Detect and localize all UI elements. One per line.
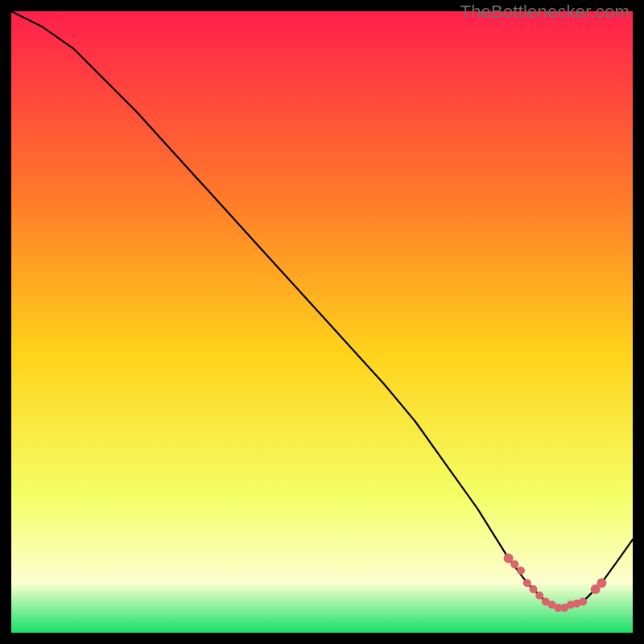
marker-point xyxy=(517,567,525,575)
marker-point xyxy=(510,560,518,568)
marker-point xyxy=(579,597,587,605)
chart-frame xyxy=(11,11,633,633)
marker-point xyxy=(523,579,531,587)
gradient-background xyxy=(11,11,633,633)
bottleneck-chart xyxy=(11,11,633,633)
marker-point xyxy=(597,578,606,588)
marker-point xyxy=(530,585,538,593)
watermark-text: TheBottlenecker.com xyxy=(460,2,630,23)
marker-point xyxy=(535,592,543,600)
